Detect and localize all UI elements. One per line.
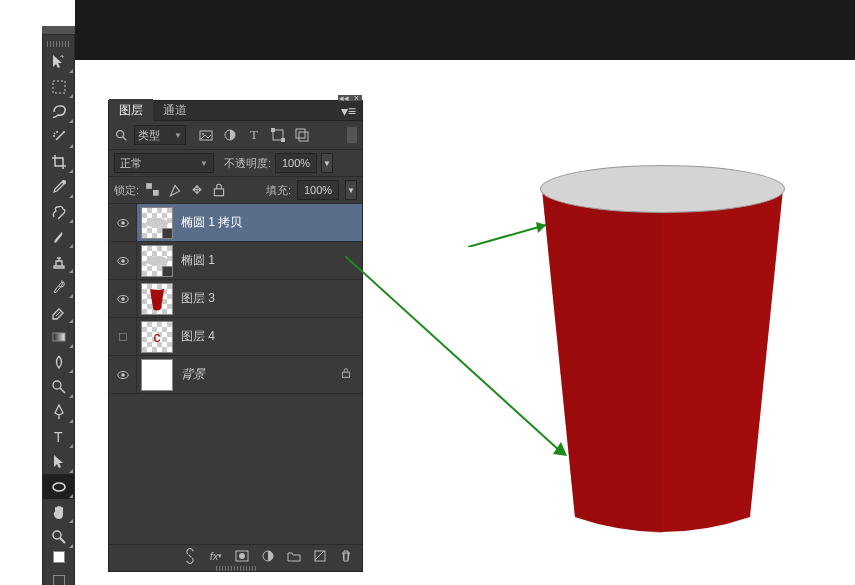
- visibility-toggle[interactable]: [109, 204, 137, 241]
- layer-body[interactable]: 背景: [137, 356, 362, 393]
- filter-smart-icon[interactable]: [294, 127, 310, 143]
- lock-position-icon[interactable]: ✥: [189, 182, 205, 198]
- toolbar-header[interactable]: ▸▸ ×: [42, 26, 75, 34]
- brush-tool[interactable]: [43, 224, 74, 249]
- quickmask-toggle[interactable]: [53, 575, 65, 585]
- magic-wand-tool[interactable]: [43, 124, 74, 149]
- filter-type-icon[interactable]: T: [246, 127, 262, 143]
- layer-row[interactable]: c图层 4: [109, 318, 362, 356]
- svg-point-28: [121, 297, 125, 301]
- foreground-swatch[interactable]: [53, 551, 65, 563]
- svg-rect-36: [315, 551, 325, 561]
- lock-transparency-icon[interactable]: [145, 182, 161, 198]
- svg-rect-29: [119, 333, 126, 340]
- type-tool[interactable]: T: [43, 424, 74, 449]
- filter-toggle[interactable]: [347, 127, 357, 143]
- filter-icons: T: [198, 127, 310, 143]
- annotation-arrow-1: [468, 221, 558, 247]
- lock-row: 锁定: ✥ 填充: 100% ▼: [109, 177, 362, 204]
- svg-rect-19: [299, 132, 308, 141]
- layers-list: 椭圆 1 拷贝椭圆 1图层 3c图层 4背景: [109, 204, 362, 394]
- cup-top-ellipse: [540, 165, 785, 213]
- filter-adjust-icon[interactable]: [222, 127, 238, 143]
- layer-fx-icon[interactable]: fx▾: [208, 548, 224, 564]
- delete-layer-icon[interactable]: [338, 548, 354, 564]
- fill-dropdown[interactable]: ▼: [345, 180, 357, 200]
- layer-row[interactable]: 图层 3: [109, 280, 362, 318]
- filter-pixel-icon[interactable]: [198, 127, 214, 143]
- new-layer-icon[interactable]: [312, 548, 328, 564]
- pen-tool[interactable]: [43, 399, 74, 424]
- fill-value[interactable]: 100%: [297, 180, 339, 200]
- shape-tool[interactable]: [43, 474, 74, 499]
- svg-rect-18: [296, 129, 305, 138]
- chevron-down-icon: ▼: [200, 159, 208, 168]
- eyedropper-tool[interactable]: [43, 174, 74, 199]
- tab-channels[interactable]: 通道: [153, 99, 197, 122]
- panel-footer: fx▾: [109, 544, 362, 566]
- svg-point-24: [121, 221, 125, 225]
- panel-collapse-icon[interactable]: ◂◂: [337, 93, 351, 103]
- svg-marker-38: [536, 222, 546, 233]
- layers-panel: ◂◂ × 图层 通道 ▾≡ 类型 ▼ T 正常 ▼ 不透明度: 100% ▼: [108, 100, 363, 572]
- svg-rect-17: [281, 138, 285, 142]
- tab-layers[interactable]: 图层: [109, 99, 153, 122]
- path-select-tool[interactable]: [43, 449, 74, 474]
- group-icon[interactable]: [286, 548, 302, 564]
- layer-mask-icon[interactable]: [234, 548, 250, 564]
- svg-rect-22: [214, 189, 223, 196]
- eraser-tool[interactable]: [43, 299, 74, 324]
- dodge-tool[interactable]: [43, 374, 74, 399]
- layer-name: 图层 4: [181, 328, 215, 345]
- layer-body[interactable]: 图层 3: [137, 280, 362, 317]
- layer-body[interactable]: c图层 4: [137, 318, 362, 355]
- cup-artwork: [540, 165, 785, 535]
- layers-empty-area[interactable]: [109, 394, 362, 544]
- panel-menu-icon[interactable]: ▾≡: [335, 104, 362, 118]
- fill-label: 填充:: [266, 183, 291, 198]
- opacity-value[interactable]: 100%: [275, 153, 317, 173]
- visibility-toggle[interactable]: [109, 242, 137, 279]
- gradient-tool[interactable]: [43, 324, 74, 349]
- lock-all-icon[interactable]: [211, 182, 227, 198]
- svg-rect-16: [271, 128, 275, 132]
- opacity-dropdown[interactable]: ▼: [321, 153, 333, 173]
- lock-pixels-icon[interactable]: [167, 182, 183, 198]
- blend-mode-label: 正常: [120, 156, 142, 171]
- layer-filter-bar: 类型 ▼ T: [109, 121, 362, 150]
- clone-stamp-tool[interactable]: [43, 249, 74, 274]
- svg-line-5: [60, 388, 65, 393]
- search-icon: [114, 128, 128, 142]
- filter-type-select[interactable]: 类型 ▼: [134, 125, 186, 145]
- svg-text:T: T: [54, 429, 63, 445]
- spot-heal-tool[interactable]: [43, 199, 74, 224]
- panel-close-icon[interactable]: ×: [351, 93, 362, 103]
- crop-tool[interactable]: [43, 149, 74, 174]
- layer-row[interactable]: 椭圆 1: [109, 242, 362, 280]
- layer-row[interactable]: 椭圆 1 拷贝: [109, 204, 362, 242]
- layer-name: 图层 3: [181, 290, 215, 307]
- layer-row[interactable]: 背景: [109, 356, 362, 394]
- filter-shape-icon[interactable]: [270, 127, 286, 143]
- lasso-tool[interactable]: [43, 99, 74, 124]
- visibility-toggle[interactable]: [109, 356, 137, 393]
- panel-resize-grip[interactable]: [216, 566, 256, 571]
- adjustment-layer-icon[interactable]: [260, 548, 276, 564]
- zoom-tool[interactable]: [43, 524, 74, 549]
- visibility-toggle[interactable]: [109, 280, 137, 317]
- blur-tool[interactable]: [43, 349, 74, 374]
- visibility-toggle[interactable]: [109, 318, 137, 355]
- filter-type-label: 类型: [138, 128, 160, 143]
- layer-body[interactable]: 椭圆 1: [137, 242, 362, 279]
- link-layers-icon[interactable]: [182, 548, 198, 564]
- layer-body[interactable]: 椭圆 1 拷贝: [137, 204, 362, 241]
- history-brush-tool[interactable]: [43, 274, 74, 299]
- move-tool[interactable]: [43, 49, 74, 74]
- editor-dark-region: [75, 0, 855, 60]
- layer-name: 椭圆 1 拷贝: [181, 214, 242, 231]
- marquee-tool[interactable]: [43, 74, 74, 99]
- blend-row: 正常 ▼ 不透明度: 100% ▼: [109, 150, 362, 177]
- hand-tool[interactable]: [43, 499, 74, 524]
- toolbar-grip[interactable]: [47, 41, 70, 47]
- blend-mode-select[interactable]: 正常 ▼: [114, 153, 214, 173]
